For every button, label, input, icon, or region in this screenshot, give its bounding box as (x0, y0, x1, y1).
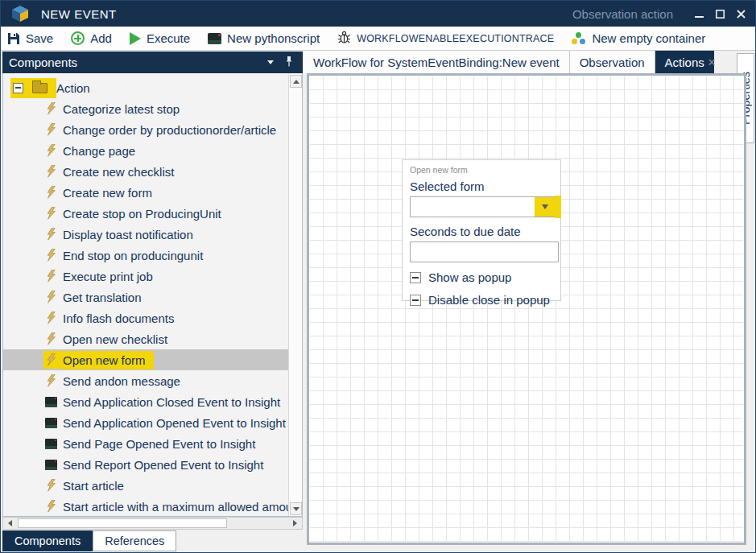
tree-item-icon (45, 397, 57, 407)
execute-button[interactable]: Execute (130, 31, 190, 45)
tree-item-icon (45, 439, 57, 449)
panel-menu-caret-icon[interactable] (267, 60, 274, 64)
tree-item[interactable]: Start article (3, 475, 302, 496)
tree-item-icon (45, 332, 57, 345)
tree-item[interactable]: Open new checklist (3, 328, 302, 349)
tree-item[interactable]: Display toast notification (3, 224, 302, 245)
tree-item-label: Send andon message (63, 372, 188, 390)
save-label: Save (26, 31, 53, 45)
title-bar: NEW EVENT Observation action (1, 1, 755, 27)
tree-item-icon (45, 249, 57, 262)
tree-item-icon (45, 102, 57, 115)
components-tree: Action Categorize latest stop Chan (2, 73, 303, 517)
tab-close-icon[interactable]: ✕ (705, 56, 718, 68)
tree-item[interactable]: Change order by productionorder/article (3, 119, 302, 140)
maximize-button[interactable] (715, 9, 725, 19)
checkbox-indeterminate-icon[interactable] (410, 272, 421, 283)
pin-icon[interactable] (285, 56, 293, 69)
workflow-trace-label: WORKFLOWENABLEEXECUTIONTRACE (357, 33, 554, 44)
tree-item[interactable]: Send Page Opened Event to Insight (3, 433, 302, 454)
tab-references[interactable]: References (93, 530, 176, 551)
scrollbar-thumb[interactable] (18, 518, 227, 528)
tree-item-icon (45, 418, 57, 428)
add-label: Add (90, 31, 112, 45)
tree-item[interactable]: Create new checklist (3, 161, 302, 182)
tree-item-label: Create new form (63, 184, 160, 202)
show-as-popup-checkbox[interactable]: Show as popup (410, 270, 553, 284)
toolbar: Save Add Execute New pythonscript (1, 27, 755, 51)
tree-item-label: Get translation (63, 288, 150, 307)
tree-item-icon (45, 186, 57, 199)
new-empty-container-button[interactable]: New empty container (572, 31, 705, 45)
tree-item-label: Start article with a maximum allowed amo… (63, 497, 300, 516)
close-button[interactable] (736, 9, 746, 19)
tab-components[interactable]: Components (2, 530, 93, 551)
scroll-up-button[interactable] (290, 75, 302, 88)
terminal-icon (208, 33, 221, 44)
tree-item-label: Send Application Closed Event to Insight (63, 393, 288, 411)
tree-item-label: Send Report Opened Event to Insight (63, 456, 271, 474)
tree-item[interactable]: Create new form (3, 182, 302, 203)
components-panel: Components Action (2, 52, 303, 552)
minimize-button[interactable] (694, 9, 704, 19)
tree-item-icon (32, 83, 48, 93)
selected-form-label: Selected form (410, 180, 553, 193)
tree-item[interactable]: Categorize latest stop (3, 98, 302, 119)
new-pythonscript-label: New pythonscript (227, 31, 320, 45)
tree-item-label: Info flash documents (63, 309, 182, 328)
tree-item[interactable]: Start article with a maximum allowed amo… (3, 496, 302, 517)
tree-item-icon (45, 228, 57, 241)
tree-item-icon (45, 207, 57, 220)
workflow-trace-button[interactable]: WORKFLOWENABLEEXECUTIONTRACE (337, 31, 554, 47)
new-pythonscript-button[interactable]: New pythonscript (208, 31, 320, 45)
tree-item[interactable]: Action (3, 77, 302, 98)
tree-item[interactable]: Info flash documents (3, 307, 302, 328)
window-subtitle: Observation action (572, 7, 673, 21)
disable-close-checkbox[interactable]: Disable close in popup (410, 293, 553, 307)
tree-item-icon (45, 144, 57, 157)
tree-item[interactable]: Create stop on ProducingUnit (3, 203, 302, 224)
tree-item-label: Categorize latest stop (63, 100, 188, 118)
tree-vertical-scrollbar[interactable] (288, 74, 302, 516)
tree-item[interactable]: Open new form (3, 349, 302, 370)
seconds-input[interactable] (410, 241, 559, 262)
collapse-expander-icon[interactable] (13, 83, 23, 93)
tab-observation[interactable]: Observation (570, 51, 655, 73)
tree-item-label: Open new checklist (63, 330, 176, 349)
tree-item[interactable]: Send Application Opened Event to Insight (3, 412, 302, 433)
window-title: NEW EVENT (41, 7, 117, 21)
tree-item-label: Execute print job (63, 267, 161, 286)
container-dots-icon (572, 32, 586, 45)
tree-item-icon (45, 353, 57, 366)
tree-item-label: Action (56, 79, 98, 97)
tree-item[interactable]: Send andon message (3, 370, 302, 391)
tree-item-icon (45, 312, 57, 324)
checkbox-indeterminate-icon[interactable] (410, 295, 421, 306)
main-panel: WorkFlow for SystemEventBinding:New even… (304, 51, 755, 552)
tree-item-label: Change page (63, 142, 143, 160)
components-panel-title: Components (9, 56, 77, 69)
scroll-left-button[interactable] (4, 518, 16, 529)
scroll-right-button[interactable] (289, 518, 301, 529)
tree-item[interactable]: Execute print job (3, 266, 302, 287)
workflow-canvas[interactable]: Open new form Selected form Seconds to d… (310, 76, 743, 542)
tab-workflow[interactable]: WorkFlow for SystemEventBinding:New even… (304, 51, 570, 73)
chevron-down-icon[interactable] (535, 197, 555, 217)
play-icon (130, 32, 141, 45)
tree-horizontal-scrollbar[interactable] (2, 517, 303, 530)
tree-item-label: Start article (63, 477, 132, 495)
bug-icon (337, 31, 351, 47)
selected-form-dropdown[interactable] (410, 196, 556, 217)
save-button[interactable]: Save (7, 31, 53, 45)
components-panel-header: Components (2, 52, 303, 73)
tree-item[interactable]: End stop on producingunit (3, 245, 302, 266)
workflow-canvas-frame: Open new form Selected form Seconds to d… (307, 73, 746, 545)
tree-item-label: Display toast notification (63, 225, 201, 244)
open-new-form-node[interactable]: Open new form Selected form Seconds to d… (402, 159, 561, 301)
tree-item[interactable]: Send Report Opened Event to Insight (3, 454, 302, 475)
scroll-down-button[interactable] (290, 502, 302, 515)
add-button[interactable]: Add (71, 31, 112, 45)
tree-item[interactable]: Get translation (3, 287, 302, 307)
tree-item[interactable]: Change page (3, 140, 302, 161)
tree-item[interactable]: Send Application Closed Event to Insight (3, 391, 302, 412)
